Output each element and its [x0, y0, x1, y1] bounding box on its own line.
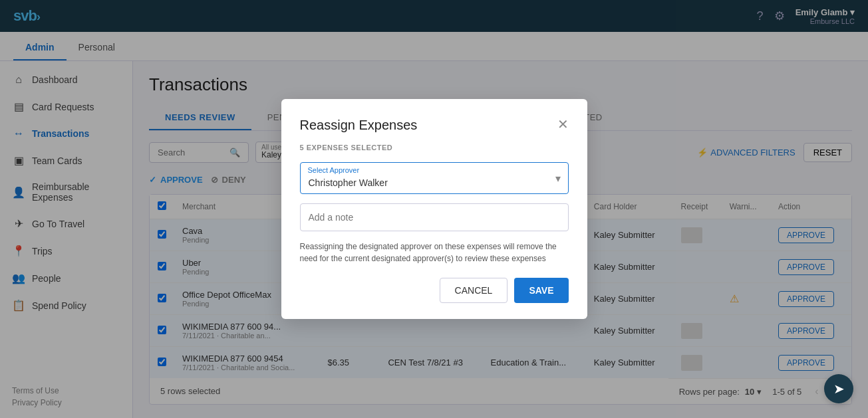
chat-icon: ➤: [833, 381, 845, 397]
modal-overlay: Reassign Expenses ✕ 5 EXPENSES SELECTED …: [0, 0, 868, 418]
chat-fab-button[interactable]: ➤: [824, 374, 853, 403]
approver-select-wrap: Select Approver Christopher Walker ▾: [300, 162, 569, 194]
cancel-button[interactable]: CANCEL: [440, 278, 508, 303]
modal-info-text: Reassigning the designated approver on t…: [300, 241, 569, 264]
modal-actions: CANCEL SAVE: [300, 278, 569, 303]
modal-title: Reassign Expenses: [300, 118, 418, 133]
modal-header: Reassign Expenses ✕: [300, 118, 569, 133]
modal-close-button[interactable]: ✕: [557, 118, 569, 131]
note-input[interactable]: [300, 203, 569, 231]
modal-subtitle: 5 EXPENSES SELECTED: [300, 144, 569, 152]
reassign-expenses-modal: Reassign Expenses ✕ 5 EXPENSES SELECTED …: [281, 99, 587, 319]
approver-select-label: Select Approver: [308, 166, 360, 174]
save-button[interactable]: SAVE: [514, 278, 568, 303]
